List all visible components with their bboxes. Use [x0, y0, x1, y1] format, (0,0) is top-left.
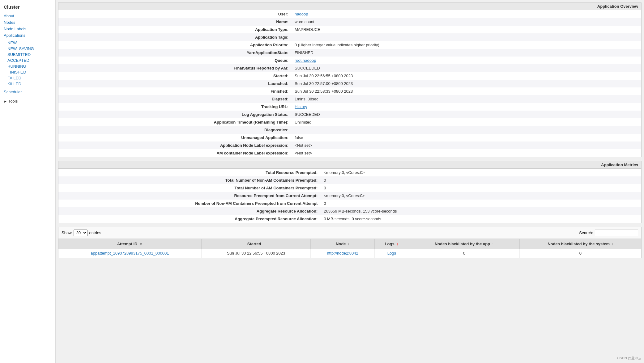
metric-value: 0 MB-seconds, 0 vcore-seconds: [321, 215, 641, 223]
metric-label: Total Number of AM Containers Preempted:: [58, 184, 321, 192]
applications-submenu: NEW NEW_SAVING SUBMITTED ACCEPTED RUNNIN…: [0, 40, 55, 87]
search-area: Search:: [579, 230, 638, 236]
metric-label: Total Resource Preempted:: [58, 169, 321, 176]
blacklisted-system-cell: 0: [519, 249, 641, 258]
sidebar-item-applications[interactable]: Applications: [0, 32, 55, 39]
table-row: Name: word count: [58, 18, 641, 26]
field-value: SUCCEEDED: [292, 111, 641, 118]
field-label: FinalStatus Reported by AM:: [58, 64, 292, 72]
sidebar-item-running[interactable]: RUNNING: [0, 63, 55, 69]
table-row: Log Aggregation Status: SUCCEEDED: [58, 111, 641, 118]
table-row: Finished: Sun Jul 30 22:58:33 +0800 2023: [58, 87, 641, 95]
app-metrics-section: Application Metrics Total Resource Preem…: [58, 161, 642, 223]
col-attempt-id[interactable]: Attempt ID ▼: [58, 239, 201, 249]
table-row: YarnApplicationState: FINISHED: [58, 49, 641, 57]
field-value: word count: [292, 18, 641, 26]
table-row: Application Node Label expression: <Not …: [58, 141, 641, 149]
field-label: Unmanaged Application:: [58, 134, 292, 141]
table-row: Elapsed: 1mins, 38sec: [58, 95, 641, 103]
field-value: <Not set>: [292, 141, 641, 149]
field-value: 0 (Higher Integer value indicates higher…: [292, 41, 641, 49]
entries-select[interactable]: 20: [74, 230, 87, 236]
metric-value: 0: [321, 200, 641, 207]
sidebar-item-tools[interactable]: ► Tools: [0, 97, 55, 105]
metric-value: 0: [321, 176, 641, 184]
field-value: Sun Jul 30 22:57:00 +0800 2023: [292, 80, 641, 87]
sort-icon: ↕: [612, 243, 613, 246]
sidebar-item-new[interactable]: NEW: [0, 40, 55, 46]
tools-arrow-icon: ►: [4, 99, 7, 103]
table-row: Application Timeout (Remaining Time): Un…: [58, 118, 641, 126]
main-content: Application Overview User: hadoop Name: …: [56, 0, 644, 363]
sidebar-item-failed[interactable]: FAILED: [0, 75, 55, 81]
sidebar-item-node-labels[interactable]: Node Labels: [0, 26, 55, 32]
field-value: Sun Jul 30 22:58:33 +0800 2023: [292, 87, 641, 95]
app-overview-table: User: hadoop Name: word count Applicatio…: [58, 10, 641, 157]
field-label: Name:: [58, 18, 292, 26]
field-value: Unlimited: [292, 118, 641, 126]
sidebar-item-about[interactable]: About: [0, 13, 55, 19]
sort-active-icon: ↓: [396, 241, 399, 246]
attempts-table: Attempt ID ▼ Started ↕ Node ↕ Logs ↓: [58, 239, 641, 258]
user-link[interactable]: hadoop: [295, 12, 308, 16]
table-row: Tracking URL: History: [58, 103, 641, 111]
field-value: MAPREDUCE: [292, 26, 641, 33]
entries-label: entries: [89, 230, 101, 235]
sidebar-item-submitted[interactable]: SUBMITTED: [0, 52, 55, 57]
table-row: Diagnostics:: [58, 126, 641, 134]
field-label: Tracking URL:: [58, 103, 292, 111]
table-row: Application Tags:: [58, 33, 641, 41]
app-metrics-table: Total Resource Preempted: <memory:0, vCo…: [58, 169, 641, 223]
search-label: Search:: [579, 230, 593, 235]
tracking-url-link[interactable]: History: [295, 104, 307, 109]
col-blacklisted-system[interactable]: Nodes blacklisted by the system ↕: [519, 239, 641, 249]
table-row: FinalStatus Reported by AM: SUCCEEDED: [58, 64, 641, 72]
table-row: appattempt_1690728993175_0001_000001 Sun…: [58, 249, 641, 258]
sidebar-item-nodes[interactable]: Nodes: [0, 19, 55, 26]
metric-label: Aggregate Preempted Resource Allocation:: [58, 215, 321, 223]
col-node[interactable]: Node ↕: [311, 239, 375, 249]
metric-label: Resource Preempted from Current Attempt:: [58, 192, 321, 200]
field-label: Application Timeout (Remaining Time):: [58, 118, 292, 126]
metric-label: Number of Non-AM Containers Preempted fr…: [58, 200, 321, 207]
field-value: Sun Jul 30 22:56:55 +0800 2023: [292, 72, 641, 80]
col-label: Started: [247, 242, 261, 246]
sidebar-item-accepted[interactable]: ACCEPTED: [0, 57, 55, 63]
field-value: hadoop: [292, 10, 641, 18]
attempts-controls: Show 20 entries Search:: [58, 227, 641, 239]
queue-link[interactable]: root.hadoop: [295, 58, 316, 63]
metric-label: Total Number of Non-AM Containers Preemp…: [58, 176, 321, 184]
field-label: YarnApplicationState:: [58, 49, 292, 57]
app-overview-header: Application Overview: [58, 3, 641, 10]
tools-label: Tools: [8, 99, 18, 103]
attempt-id-link[interactable]: appattempt_1690728993175_0001_000001: [91, 251, 169, 255]
field-value: [292, 33, 641, 41]
table-row: Started: Sun Jul 30 22:56:55 +0800 2023: [58, 72, 641, 80]
field-label: Application Node Label expression:: [58, 141, 292, 149]
field-label: Application Tags:: [58, 33, 292, 41]
metric-value: 0: [321, 184, 641, 192]
field-label: User:: [58, 10, 292, 18]
col-logs[interactable]: Logs ↓: [374, 239, 409, 249]
field-value: <Not set>: [292, 149, 641, 157]
col-blacklisted-app[interactable]: Nodes blacklisted by the app ↕: [409, 239, 519, 249]
col-label: Attempt ID: [117, 242, 138, 246]
metric-value: <memory:0, vCores:0>: [321, 169, 641, 176]
sidebar-item-killed[interactable]: KILLED: [0, 81, 55, 87]
sidebar: Cluster About Nodes Node Labels Applicat…: [0, 0, 56, 363]
table-row: Application Priority: 0 (Higher Integer …: [58, 41, 641, 49]
metric-value: <memory:0, vCores:0>: [321, 192, 641, 200]
field-label: Diagnostics:: [58, 126, 292, 134]
search-input[interactable]: [595, 230, 638, 236]
logs-link[interactable]: Logs: [387, 251, 396, 255]
sidebar-item-new-saving[interactable]: NEW_SAVING: [0, 46, 55, 52]
node-link[interactable]: http://node2:8042: [327, 251, 358, 255]
field-label: Finished:: [58, 87, 292, 95]
sidebar-item-finished[interactable]: FINISHED: [0, 69, 55, 75]
field-label: Started:: [58, 72, 292, 80]
sidebar-item-scheduler[interactable]: Scheduler: [0, 89, 55, 95]
col-started[interactable]: Started ↕: [201, 239, 311, 249]
metric-value: 263659 MB-seconds, 153 vcore-seconds: [321, 207, 641, 215]
field-label: Elapsed:: [58, 95, 292, 103]
table-row: Total Resource Preempted: <memory:0, vCo…: [58, 169, 641, 176]
